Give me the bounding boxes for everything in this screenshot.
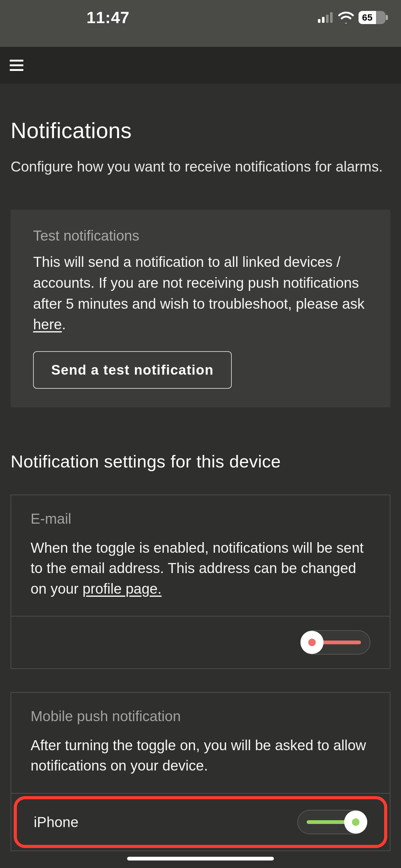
email-panel: E-mail When the toggle is enabled, notif… (11, 495, 390, 669)
svg-rect-6 (10, 69, 24, 71)
send-test-notification-button[interactable]: Send a test notification (33, 351, 232, 389)
page-title: Notifications (11, 118, 390, 143)
push-panel: Mobile push notification After turning t… (11, 692, 390, 851)
svg-rect-0 (318, 19, 321, 23)
troubleshoot-link[interactable]: here (33, 316, 62, 333)
card-body: This will send a notification to all lin… (33, 251, 368, 335)
panel-title: E-mail (31, 510, 370, 527)
page-content: Notifications Configure how you want to … (0, 84, 401, 851)
test-notifications-card: Test notifications This will send a noti… (11, 210, 390, 407)
svg-rect-1 (322, 17, 325, 23)
card-body-text-after: . (62, 316, 66, 333)
status-bar: 11:47 65 (0, 0, 401, 47)
email-toggle[interactable] (300, 630, 370, 655)
app-header (0, 47, 401, 84)
battery-level: 65 (359, 11, 376, 24)
panel-body: After turning the toggle on, you will be… (31, 735, 370, 776)
page-subtitle: Configure how you want to receive notifi… (11, 158, 390, 175)
card-title: Test notifications (33, 227, 368, 244)
status-time: 11:47 (87, 8, 130, 27)
iphone-toggle-label: iPhone (34, 814, 78, 831)
card-body-text: This will send a notification to all lin… (33, 254, 364, 312)
svg-rect-5 (10, 64, 24, 66)
email-toggle-row (11, 617, 390, 668)
panel-body-text: When the toggle is enabled, notification… (31, 539, 364, 597)
panel-title: Mobile push notification (31, 708, 370, 724)
wifi-icon (338, 11, 354, 24)
cellular-icon (318, 12, 334, 23)
iphone-push-toggle[interactable] (297, 810, 367, 834)
home-indicator[interactable] (127, 857, 274, 861)
svg-rect-3 (330, 12, 333, 23)
iphone-toggle-row-highlight: iPhone (14, 796, 387, 848)
profile-page-link[interactable]: profile page. (82, 581, 162, 597)
menu-icon[interactable] (9, 58, 24, 73)
panel-body: When the toggle is enabled, notification… (31, 538, 370, 599)
svg-rect-4 (10, 60, 24, 62)
section-title: Notification settings for this device (11, 451, 390, 471)
battery-icon: 65 (359, 11, 386, 24)
svg-rect-2 (326, 15, 329, 23)
